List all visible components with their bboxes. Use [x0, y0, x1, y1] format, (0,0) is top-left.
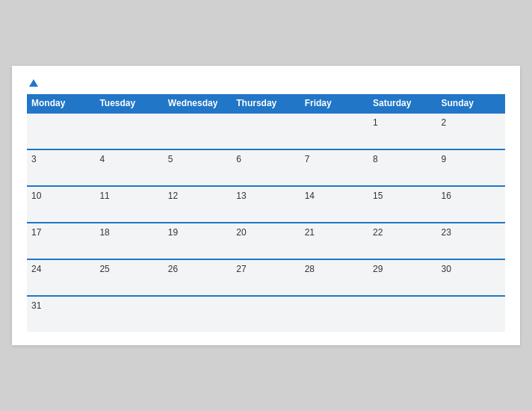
day-cell-17: 17	[27, 223, 95, 259]
week-row-1: 12	[27, 113, 505, 149]
day-cell-30: 30	[437, 259, 505, 296]
header	[27, 79, 505, 87]
empty-cell	[27, 113, 95, 149]
day-cell-14: 14	[300, 186, 368, 223]
day-cell-12: 12	[164, 186, 232, 223]
day-number: 5	[168, 154, 173, 164]
day-cell-16: 16	[437, 186, 505, 223]
day-number: 14	[305, 191, 315, 201]
day-number: 18	[99, 227, 109, 238]
day-cell-13: 13	[232, 186, 300, 223]
logo	[27, 79, 38, 87]
weekday-header-saturday: Saturday	[368, 94, 436, 113]
day-cell-27: 27	[232, 259, 300, 296]
logo-triangle-icon	[29, 79, 38, 87]
day-number: 27	[236, 264, 246, 274]
calendar-grid: MondayTuesdayWednesdayThursdayFridaySatu…	[27, 94, 505, 332]
day-number: 17	[31, 227, 41, 238]
week-row-4: 17181920212223	[27, 223, 505, 259]
day-number: 12	[168, 191, 178, 201]
day-number: 10	[31, 191, 41, 201]
empty-cell	[232, 113, 300, 149]
day-number: 26	[168, 264, 178, 274]
day-number: 9	[442, 154, 447, 164]
weekday-header-wednesday: Wednesday	[164, 94, 232, 113]
empty-cell	[300, 113, 368, 149]
day-cell-3: 3	[27, 149, 95, 186]
day-number: 15	[373, 191, 383, 201]
empty-cell	[164, 296, 232, 332]
day-number: 21	[305, 227, 315, 238]
day-number: 28	[305, 264, 315, 274]
empty-cell	[300, 296, 368, 332]
day-cell-26: 26	[164, 259, 232, 296]
calendar-container: MondayTuesdayWednesdayThursdayFridaySatu…	[12, 66, 520, 345]
day-cell-24: 24	[27, 259, 95, 296]
week-row-2: 3456789	[27, 149, 505, 186]
day-cell-31: 31	[27, 296, 95, 332]
empty-cell	[164, 113, 232, 149]
weekday-header-monday: Monday	[27, 94, 95, 113]
day-number: 6	[236, 154, 241, 164]
day-number: 24	[31, 264, 41, 274]
day-cell-2: 2	[437, 113, 505, 149]
day-cell-29: 29	[368, 259, 436, 296]
day-number: 8	[373, 154, 378, 164]
day-cell-15: 15	[368, 186, 436, 223]
week-row-3: 10111213141516	[27, 186, 505, 223]
day-number: 19	[168, 227, 178, 238]
day-cell-23: 23	[437, 223, 505, 259]
day-number: 4	[99, 154, 105, 164]
empty-cell	[95, 296, 163, 332]
day-cell-9: 9	[437, 149, 505, 186]
week-row-6: 31	[27, 296, 505, 332]
day-number: 22	[373, 227, 383, 238]
weekday-header-tuesday: Tuesday	[95, 94, 163, 113]
day-cell-10: 10	[27, 186, 95, 223]
empty-cell	[368, 296, 436, 332]
day-number: 30	[442, 264, 451, 274]
day-cell-25: 25	[95, 259, 163, 296]
day-cell-6: 6	[232, 149, 300, 186]
empty-cell	[232, 296, 300, 332]
day-cell-4: 4	[95, 149, 163, 186]
day-number: 29	[373, 264, 383, 274]
weekday-header-thursday: Thursday	[232, 94, 300, 113]
day-number: 20	[236, 227, 246, 238]
day-cell-20: 20	[232, 223, 300, 259]
empty-cell	[95, 113, 163, 149]
day-number: 31	[31, 300, 41, 311]
day-cell-21: 21	[300, 223, 368, 259]
week-row-5: 24252627282930	[27, 259, 505, 296]
day-cell-18: 18	[95, 223, 163, 259]
day-cell-7: 7	[300, 149, 368, 186]
day-number: 2	[442, 117, 447, 128]
weekday-header-friday: Friday	[300, 94, 368, 113]
day-cell-8: 8	[368, 149, 436, 186]
day-number: 25	[99, 264, 109, 274]
day-number: 11	[99, 191, 109, 201]
day-cell-1: 1	[368, 113, 436, 149]
day-cell-11: 11	[95, 186, 163, 223]
day-cell-28: 28	[300, 259, 368, 296]
logo-blue-text	[27, 79, 38, 87]
day-number: 23	[442, 227, 451, 238]
day-number: 1	[373, 117, 378, 128]
day-number: 13	[236, 191, 246, 201]
day-cell-19: 19	[164, 223, 232, 259]
day-number: 3	[31, 154, 37, 164]
empty-cell	[437, 296, 505, 332]
weekday-header-row: MondayTuesdayWednesdayThursdayFridaySatu…	[27, 94, 505, 113]
day-cell-5: 5	[164, 149, 232, 186]
day-number: 7	[305, 154, 310, 164]
weekday-header-sunday: Sunday	[437, 94, 505, 113]
day-number: 16	[442, 191, 451, 201]
day-cell-22: 22	[368, 223, 436, 259]
